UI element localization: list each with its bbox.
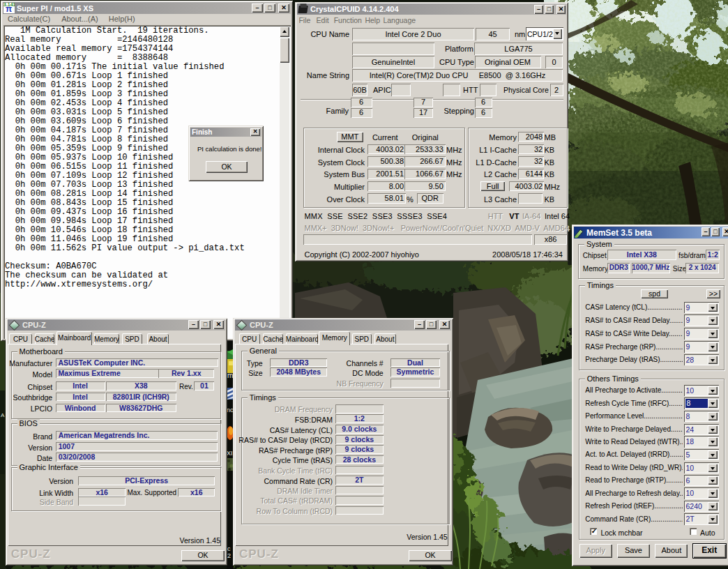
svg-text:c: c <box>227 545 231 552</box>
svg-text:2: 2 <box>227 552 231 559</box>
svg-text:XI: XI <box>227 450 233 457</box>
svg-text:A: A <box>1 412 5 418</box>
